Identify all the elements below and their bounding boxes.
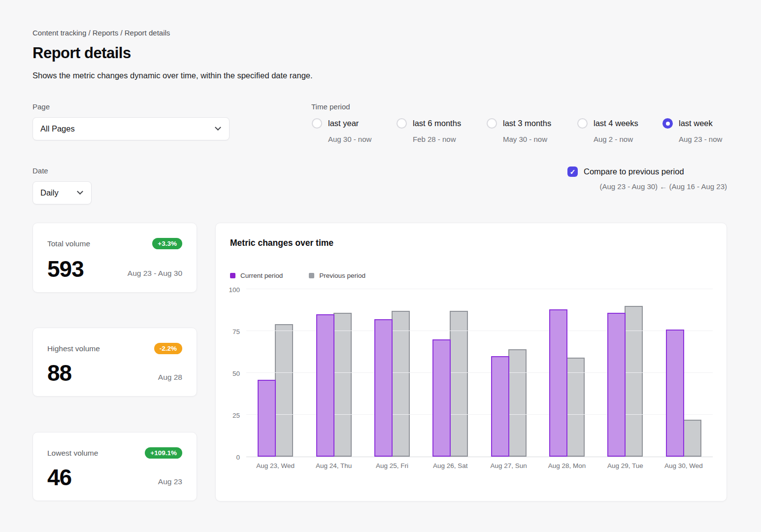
bar-current-period[interactable] bbox=[666, 330, 684, 457]
time-period-option-range: Aug 30 - now bbox=[328, 135, 371, 143]
time-period-option-label: last week bbox=[679, 119, 713, 128]
breadcrumb[interactable]: Content tracking / Reports / Report deta… bbox=[33, 29, 170, 37]
chevron-down-icon bbox=[77, 188, 83, 195]
legend-item-current-period: Current period bbox=[230, 272, 283, 279]
page-field-label: Page bbox=[33, 102, 50, 111]
card-label: Lowest volume bbox=[47, 449, 98, 458]
date-select-value: Daily bbox=[40, 188, 59, 198]
y-axis-tick-label: 75 bbox=[232, 328, 240, 335]
radio-last-6-months[interactable] bbox=[397, 118, 407, 129]
legend-item-previous-period: Previous period bbox=[309, 272, 365, 279]
compare-section: ✓ Compare to previous period (Aug 23 - A… bbox=[567, 166, 727, 191]
chart-title: Metric changes over time bbox=[230, 238, 333, 248]
chart-legend: Current periodPrevious period bbox=[230, 272, 365, 279]
total-volume-card: Total volume +3.3% 593 Aug 23 - Aug 30 bbox=[33, 223, 197, 293]
radio-last-4-weeks[interactable] bbox=[577, 118, 588, 129]
time-period-option-range: Feb 28 - now bbox=[413, 135, 461, 143]
time-period-option-last-4-weeks[interactable]: last 4 weeksAug 2 - now bbox=[577, 118, 638, 143]
x-axis-tick-label: Aug 28, Mon bbox=[538, 462, 596, 469]
card-value: 88 bbox=[47, 362, 71, 384]
bar-group-aug-30-wed bbox=[655, 290, 713, 457]
status-badge: -2.2% bbox=[154, 343, 182, 354]
compare-detail: (Aug 23 - Aug 30) ← (Aug 16 - Aug 23) bbox=[567, 182, 727, 191]
date-field-label: Date bbox=[33, 166, 48, 175]
card-date: Aug 23 - Aug 30 bbox=[128, 269, 182, 280]
bar-current-period[interactable] bbox=[491, 356, 509, 457]
metric-chart-panel: Metric changes over time Current periodP… bbox=[215, 223, 727, 501]
bar-current-period[interactable] bbox=[549, 309, 567, 457]
highest-volume-card: Highest volume -2.2% 88 Aug 28 bbox=[33, 328, 197, 397]
compare-checkbox-row[interactable]: ✓ Compare to previous period bbox=[567, 166, 727, 177]
y-axis-tick-label: 100 bbox=[229, 286, 240, 294]
time-period-option-range: Aug 2 - now bbox=[594, 135, 638, 143]
legend-label: Current period bbox=[240, 272, 283, 279]
bar-previous-period[interactable] bbox=[275, 324, 293, 457]
time-period-option-label: last year bbox=[328, 119, 359, 128]
bar-group-aug-27-sun bbox=[480, 290, 538, 457]
compare-label: Compare to previous period bbox=[584, 167, 684, 176]
card-label: Highest volume bbox=[47, 344, 100, 353]
legend-swatch-icon bbox=[230, 273, 235, 278]
time-period-option-label: last 3 months bbox=[503, 119, 551, 128]
bar-current-period[interactable] bbox=[374, 319, 393, 457]
x-axis-tick-label: Aug 27, Sun bbox=[480, 462, 538, 469]
time-period-option-label: last 4 weeks bbox=[594, 119, 638, 128]
legend-swatch-icon bbox=[309, 273, 314, 278]
radio-last-week[interactable] bbox=[662, 118, 673, 129]
bar-previous-period[interactable] bbox=[508, 349, 527, 457]
x-axis-tick-label: Aug 23, Wed bbox=[246, 462, 304, 469]
bar-group-aug-23-wed bbox=[246, 290, 304, 457]
x-axis-tick-label: Aug 24, Thu bbox=[304, 462, 363, 469]
bar-group-aug-25-fri bbox=[363, 290, 421, 457]
bar-group-aug-28-mon bbox=[538, 290, 596, 457]
y-axis-tick-label: 50 bbox=[232, 370, 240, 377]
card-value: 46 bbox=[47, 466, 71, 489]
time-period-option-label: last 6 months bbox=[413, 119, 461, 128]
lowest-volume-card: Lowest volume +109.1% 46 Aug 23 bbox=[33, 432, 197, 501]
chevron-down-icon bbox=[215, 124, 221, 131]
y-axis-tick-label: 25 bbox=[232, 412, 240, 419]
chart-x-axis-labels: Aug 23, WedAug 24, ThuAug 25, FriAug 26,… bbox=[246, 462, 713, 469]
card-date: Aug 23 bbox=[158, 477, 182, 489]
page-select-value: All Pages bbox=[40, 124, 75, 133]
y-axis-tick-label: 0 bbox=[236, 454, 240, 461]
card-date: Aug 28 bbox=[158, 373, 182, 384]
bar-current-period[interactable] bbox=[607, 313, 626, 457]
chart-plot-area: 0255075100 bbox=[246, 290, 713, 457]
time-period-option-last-week[interactable]: last weekAug 23 - now bbox=[662, 118, 722, 143]
status-badge: +3.3% bbox=[152, 238, 182, 249]
card-value: 593 bbox=[47, 258, 84, 280]
x-axis-tick-label: Aug 30, Wed bbox=[655, 462, 713, 469]
time-period-option-last-3-months[interactable]: last 3 monthsMay 30 - now bbox=[487, 118, 551, 143]
bar-previous-period[interactable] bbox=[450, 311, 468, 457]
x-axis-tick-label: Aug 29, Tue bbox=[596, 462, 654, 469]
bar-current-period[interactable] bbox=[432, 339, 451, 457]
x-axis-tick-label: Aug 26, Sat bbox=[421, 462, 479, 469]
bar-previous-period[interactable] bbox=[333, 313, 352, 457]
bar-previous-period[interactable] bbox=[625, 306, 643, 457]
bar-group-aug-24-thu bbox=[304, 290, 363, 457]
bar-previous-period[interactable] bbox=[683, 420, 701, 457]
date-select[interactable]: Daily bbox=[33, 181, 92, 204]
report-details-page: Content tracking / Reports / Report deta… bbox=[0, 0, 761, 532]
x-axis-tick-label: Aug 25, Fri bbox=[363, 462, 421, 469]
gridline bbox=[246, 289, 713, 289]
status-badge: +109.1% bbox=[145, 447, 182, 459]
card-label: Total volume bbox=[47, 239, 90, 248]
legend-label: Previous period bbox=[319, 272, 365, 279]
bar-current-period[interactable] bbox=[316, 314, 334, 457]
time-period-label: Time period bbox=[311, 102, 350, 111]
bar-previous-period[interactable] bbox=[392, 311, 410, 457]
radio-last-year[interactable] bbox=[312, 118, 322, 129]
page-subtitle: Shows the metric changes dynamic over ti… bbox=[33, 71, 313, 80]
bar-group-aug-29-tue bbox=[596, 290, 654, 457]
time-period-option-range: Aug 23 - now bbox=[679, 135, 722, 143]
time-period-option-last-year[interactable]: last yearAug 30 - now bbox=[312, 118, 371, 143]
radio-last-3-months[interactable] bbox=[487, 118, 497, 129]
bar-current-period[interactable] bbox=[258, 380, 276, 457]
compare-checkbox[interactable]: ✓ bbox=[567, 166, 578, 177]
time-period-option-range: May 30 - now bbox=[503, 135, 551, 143]
page-title: Report details bbox=[33, 44, 131, 62]
page-select[interactable]: All Pages bbox=[33, 117, 230, 140]
time-period-option-last-6-months[interactable]: last 6 monthsFeb 28 - now bbox=[397, 118, 461, 143]
